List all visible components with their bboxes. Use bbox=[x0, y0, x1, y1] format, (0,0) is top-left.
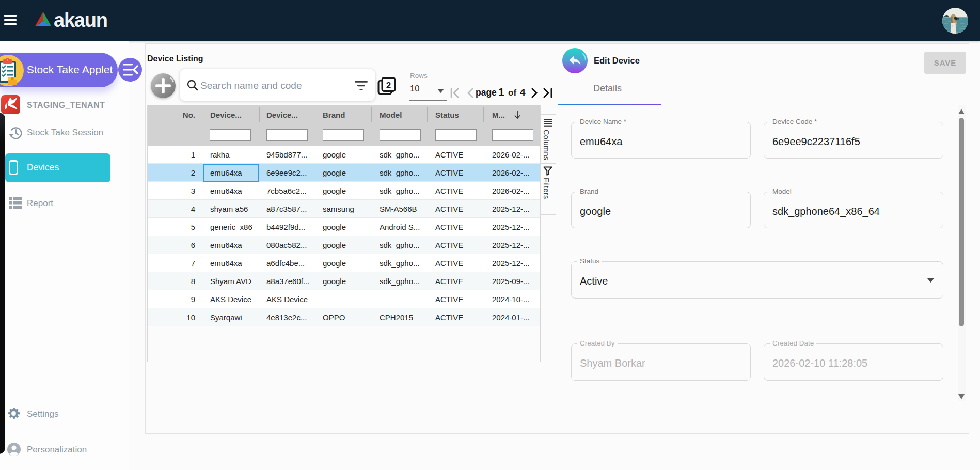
svg-text:2: 2 bbox=[386, 81, 391, 90]
